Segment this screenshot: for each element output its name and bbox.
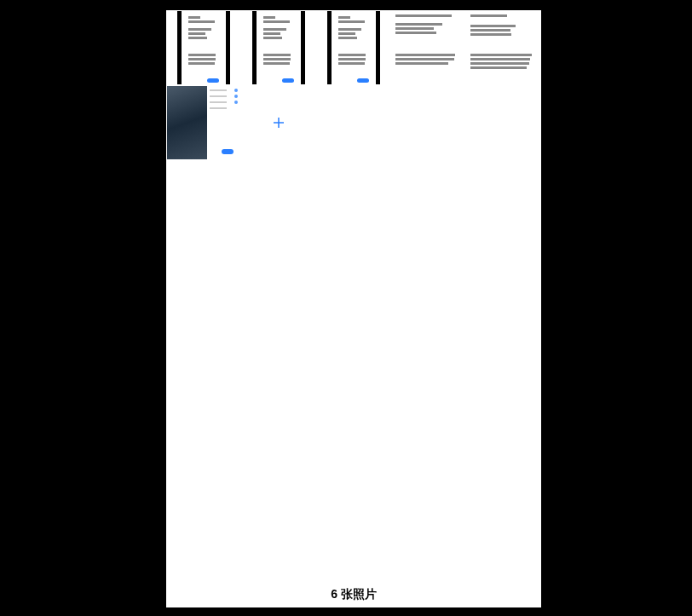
phone-frame	[252, 11, 305, 84]
add-photo-button[interactable]	[242, 86, 315, 159]
action-pill-icon	[357, 78, 369, 83]
status-dot-icon	[234, 101, 238, 104]
plus-icon	[271, 115, 286, 130]
photo-thumb[interactable]	[467, 11, 540, 84]
photo-grid	[166, 10, 541, 160]
dark-ui-preview	[167, 86, 207, 159]
status-dot-icon	[234, 95, 238, 98]
action-pill-icon	[282, 78, 294, 83]
photo-thumb[interactable]	[167, 86, 240, 159]
status-dot-icon	[234, 89, 238, 92]
photo-thumb[interactable]	[242, 11, 315, 84]
action-pill-icon	[207, 78, 219, 83]
photo-thumb[interactable]	[317, 11, 390, 84]
photo-count-label: 6 张照片	[166, 582, 541, 607]
photo-grid-area	[166, 10, 541, 585]
count-text: 6 张照片	[331, 587, 377, 601]
photo-thumb[interactable]	[392, 11, 465, 84]
phone-frame	[177, 11, 230, 84]
action-pill-icon	[222, 149, 234, 154]
photo-thumb[interactable]	[167, 11, 240, 84]
phone-frame	[327, 11, 380, 84]
